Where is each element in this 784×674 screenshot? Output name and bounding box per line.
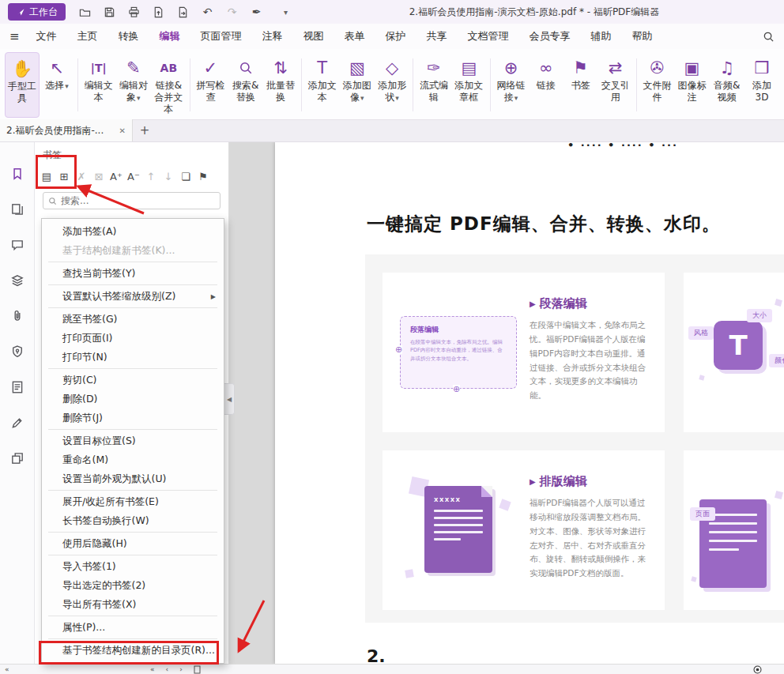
move-up-icon[interactable]: ↑: [142, 167, 160, 186]
menu-item-goto-bookmark[interactable]: 跳至书签(G): [42, 310, 224, 329]
search-icon[interactable]: [763, 31, 775, 43]
menu-item-default-zoom-level[interactable]: 设置默认书签缩放级别(Z)▶: [42, 287, 224, 306]
tool-add-article-box[interactable]: ▤添加文章框: [451, 52, 487, 118]
menu-file[interactable]: 文件: [26, 24, 67, 49]
prev-page-icon[interactable]: ‹: [166, 665, 169, 673]
tool-add-3d[interactable]: ❒添加3D: [744, 52, 779, 118]
menu-view[interactable]: 视图: [293, 24, 334, 49]
menu-accessibility[interactable]: 辅助: [581, 24, 622, 49]
menu-page-management[interactable]: 页面管理: [190, 24, 252, 49]
tool-edit-text[interactable]: |T|编辑文本: [81, 52, 116, 118]
tool-search-replace[interactable]: 搜索&替换: [228, 52, 263, 118]
menu-item-print-page[interactable]: 打印页面(I): [42, 329, 224, 348]
add-bookmark-icon[interactable]: ⊞: [55, 167, 73, 186]
menu-member[interactable]: 会员专享: [519, 24, 581, 49]
redo-icon[interactable]: ↷: [225, 6, 239, 19]
page-thumbnails-icon[interactable]: [9, 201, 25, 217]
export-icon[interactable]: [152, 6, 165, 19]
menu-comment[interactable]: 注释: [252, 24, 293, 49]
menu-item-delete-section[interactable]: 删除节(J): [42, 409, 224, 427]
eye-assistant-icon[interactable]: [753, 665, 762, 674]
print-icon[interactable]: [127, 6, 141, 19]
menu-item-find-current-bookmark[interactable]: 查找当前书签(Y): [42, 264, 224, 283]
page-grid-icon[interactable]: [194, 665, 201, 674]
bookmark-flag-icon[interactable]: ⚑: [194, 167, 212, 186]
menu-protect[interactable]: 保护: [375, 24, 416, 49]
menu-edit[interactable]: 编辑: [149, 24, 190, 49]
document-tab[interactable]: 2.福昕会员使用指南-... ✕: [0, 119, 133, 141]
tool-add-image[interactable]: ▧添加图像▾: [340, 52, 375, 118]
next-page-icon[interactable]: ›: [179, 665, 183, 673]
menu-share[interactable]: 共享: [416, 24, 458, 49]
undo-icon[interactable]: ↶: [201, 6, 214, 19]
menu-item-delete[interactable]: 删除(D): [42, 390, 224, 409]
tool-batch-replace[interactable]: ⇅批量替换: [263, 52, 298, 118]
menu-doc-management[interactable]: 文档管理: [458, 24, 519, 49]
move-down-icon[interactable]: ↓: [160, 167, 177, 186]
ink-sign-icon[interactable]: ✒: [250, 6, 263, 19]
tool-audio-video[interactable]: ♫音频&视频: [709, 52, 744, 118]
open-file-icon[interactable]: [78, 6, 92, 19]
menu-item-properties[interactable]: 属性(P)...: [42, 618, 224, 637]
create-toc-icon[interactable]: ▤: [38, 167, 55, 186]
menu-convert[interactable]: 转换: [108, 24, 149, 49]
menu-item-set-destination[interactable]: 设置目标位置(S): [42, 431, 224, 450]
first-page-icon[interactable]: «: [150, 665, 155, 673]
menu-item-import-bookmarks[interactable]: 导入书签(1): [42, 557, 224, 576]
tool-add-text[interactable]: T添加文本: [305, 52, 340, 118]
tool-link-join-text[interactable]: AB链接&合并文本: [151, 52, 187, 118]
font-increase-icon[interactable]: A⁺: [107, 167, 125, 186]
hamburger-menu-icon[interactable]: ≡: [9, 29, 20, 43]
tool-spell-check[interactable]: ✓拼写检查: [193, 52, 228, 118]
menu-item-cut[interactable]: 剪切(C): [42, 371, 224, 390]
menu-home[interactable]: 主页: [67, 24, 108, 49]
menu-item-export-all-bookmarks[interactable]: 导出所有书签(X): [42, 595, 224, 614]
attachments-panel-icon[interactable]: [9, 308, 25, 324]
tool-edit-object[interactable]: ✎编辑对象▾: [116, 52, 151, 118]
menu-item-expand-collapse-all[interactable]: 展开/收起所有书签(E): [42, 492, 224, 511]
menu-help[interactable]: 帮助: [622, 24, 663, 49]
destinations-panel-icon[interactable]: [9, 379, 25, 395]
delete-section-icon[interactable]: ⊠: [90, 167, 107, 186]
menu-item-export-selected-bookmarks[interactable]: 导出选定的书签(2): [42, 576, 224, 595]
menubar: ≡ 文件 主页 转换 编辑 页面管理 注释 视图 表单 保护 共享 文档管理 会…: [0, 24, 784, 49]
tool-flow-edit[interactable]: ✑流式编辑: [416, 52, 451, 118]
menu-item-wrap-long-bookmarks[interactable]: 长书签自动换行(W): [42, 511, 224, 530]
panel-collapse-handle[interactable]: ◀: [224, 383, 235, 415]
menu-item-add-bookmark[interactable]: 添加书签(A): [42, 222, 224, 241]
tool-image-annotation[interactable]: ▣图像标注: [674, 52, 709, 118]
menu-item-create-toc-from-bookmarks[interactable]: 基于书签结构创建新的目录页(R)...: [42, 641, 224, 660]
layers-panel-icon[interactable]: [9, 273, 25, 288]
menu-item-create-from-structure[interactable]: 基于结构创建新书签(K)...: [42, 241, 224, 260]
tool-file-attachment[interactable]: ✇文件附件: [639, 52, 674, 118]
collapse-panel-icon[interactable]: «: [5, 665, 9, 673]
menu-item-hide-after-use[interactable]: 使用后隐藏(H): [42, 534, 224, 553]
delete-bookmark-icon[interactable]: ✗: [73, 167, 90, 186]
toolbar-more-icon[interactable]: ▾: [279, 6, 292, 19]
convert-icon[interactable]: [176, 6, 190, 19]
menu-form[interactable]: 表单: [334, 24, 375, 49]
save-icon[interactable]: [103, 6, 116, 19]
menu-item-set-appearance-default[interactable]: 设置当前外观为默认(U): [42, 469, 224, 488]
expand-page-icon[interactable]: ❏: [177, 167, 194, 186]
tool-select[interactable]: ↖选择▾: [40, 52, 74, 118]
tab-close-icon[interactable]: ✕: [119, 126, 126, 135]
fields-panel-icon[interactable]: [9, 450, 25, 466]
tool-link[interactable]: ∞链接: [529, 52, 564, 118]
tool-cross-reference[interactable]: ⇄交叉引用: [598, 52, 633, 118]
pdf-page[interactable]: • ···· • ···· • ··· 一键搞定 PDF编辑、合并、转换、水印。…: [275, 142, 784, 664]
menu-item-print-section[interactable]: 打印节(N): [42, 348, 224, 367]
tool-web-link[interactable]: ⊕网络链接▾: [493, 52, 528, 118]
content-edit-panel-icon[interactable]: [9, 415, 25, 431]
bookmarks-panel-icon[interactable]: [9, 166, 25, 182]
tool-hand[interactable]: ✋手型工具: [5, 52, 40, 118]
comments-panel-icon[interactable]: [9, 237, 25, 253]
new-tab-button[interactable]: +: [133, 119, 156, 141]
menu-item-rename[interactable]: 重命名(M): [42, 450, 224, 469]
workspace-button[interactable]: 工作台: [8, 3, 66, 21]
bookmark-search-input[interactable]: [61, 195, 215, 206]
digital-signatures-panel-icon[interactable]: [9, 344, 25, 360]
tool-add-shape[interactable]: ◇添加形状▾: [375, 52, 409, 118]
font-decrease-icon[interactable]: A⁻: [125, 167, 142, 186]
tool-bookmark[interactable]: ⚑书签: [564, 52, 598, 118]
